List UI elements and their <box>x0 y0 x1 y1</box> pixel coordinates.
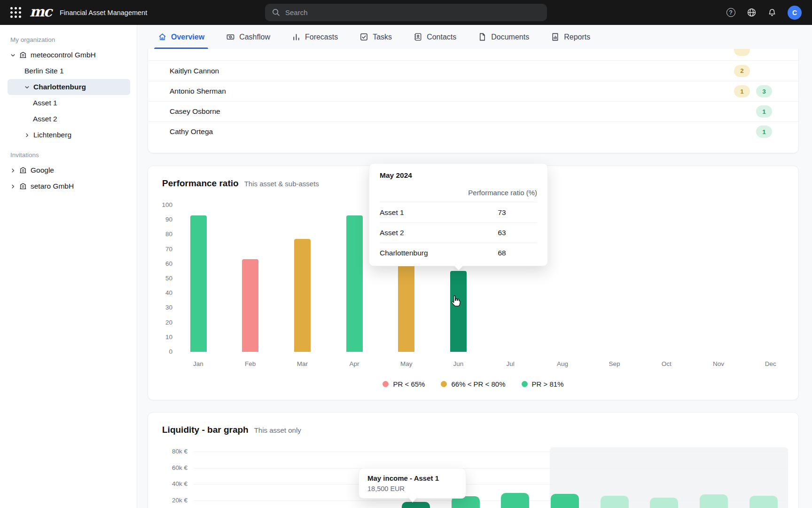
table-row[interactable]: Casey Osborne 1 <box>148 101 798 121</box>
tooltip-row-label: Charlottenburg <box>380 249 467 257</box>
liquidity-bar-nov[interactable] <box>700 494 728 508</box>
apps-grid-icon[interactable] <box>10 7 21 18</box>
y-axis-tick-label: 50 <box>148 274 172 283</box>
legend-label: PR > 81% <box>532 380 564 388</box>
liquidity-bar-oct[interactable] <box>650 498 678 508</box>
card-subtitle: This asset only <box>254 426 301 434</box>
bell-icon[interactable] <box>767 8 777 18</box>
chevron-right-icon <box>10 184 16 189</box>
topbar-right: ? C <box>726 0 812 25</box>
y-axis-tick-label: 70 <box>148 245 172 254</box>
tab-documents[interactable]: Documents <box>478 25 529 49</box>
building-icon <box>19 167 27 174</box>
sidebar-item-label: Lichtenberg <box>33 131 71 139</box>
sidebar-item-setaro[interactable]: setaro GmbH <box>0 178 137 194</box>
perf-bar-mar[interactable] <box>294 239 311 352</box>
search-input[interactable] <box>285 8 540 16</box>
sidebar-item-label: Charlottenburg <box>33 83 86 91</box>
user-avatar[interactable]: C <box>788 6 802 20</box>
liquidity-bar-may[interactable] <box>402 502 430 508</box>
perf-bar-feb[interactable] <box>242 259 258 352</box>
sidebar: My organization meteocontrol GmbH Berlin… <box>0 25 137 508</box>
liquidity-bar-aug[interactable] <box>551 494 579 508</box>
tab-label: Contacts <box>427 33 456 41</box>
liquidity-bar-jul[interactable] <box>501 493 529 508</box>
sidebar-item-berlin-site-1[interactable]: Berlin Site 1 <box>0 63 137 79</box>
sidebar-item-asset-2[interactable]: Asset 2 <box>0 111 137 127</box>
table-row[interactable]: Cathy Ortega 1 <box>148 121 798 142</box>
tab-reports[interactable]: Reports <box>551 25 590 49</box>
report-icon <box>551 32 560 41</box>
perf-bar-jan[interactable] <box>190 215 207 352</box>
sidebar-item-google[interactable]: Google <box>0 162 137 178</box>
search-bar[interactable] <box>265 4 547 21</box>
tab-label: Overview <box>171 33 204 41</box>
document-icon <box>478 32 487 41</box>
tab-label: Reports <box>564 33 590 41</box>
sidebar-item-label: setaro GmbH <box>31 182 74 190</box>
perf-bar-may[interactable] <box>398 252 414 352</box>
chart-legend: PR < 65% 66% < PR < 80% PR > 81% <box>148 380 798 388</box>
globe-icon[interactable] <box>746 8 757 18</box>
sidebar-item-asset-1[interactable]: Asset 1 <box>0 95 137 111</box>
perf-bar-apr[interactable] <box>346 215 363 352</box>
tab-label: Documents <box>491 33 529 41</box>
liquidity-bar-sep[interactable] <box>601 496 629 508</box>
tooltip-row: Asset 2 63 <box>380 222 537 243</box>
tab-label: Cashflow <box>239 33 270 41</box>
sidebar-item-meteocontrol[interactable]: meteocontrol GmbH <box>0 47 137 63</box>
tooltip-title: May income - Asset 1 <box>367 474 457 482</box>
contact-name: Casey Osborne <box>170 107 734 116</box>
building-icon <box>19 183 27 190</box>
chevron-right-icon <box>10 168 16 173</box>
card-subtitle: This asset & sub-assets <box>244 180 319 188</box>
tooltip-row-label: Asset 1 <box>380 208 467 217</box>
contacts-card: Kaitlyn Cannon 2 Antonio Sherman 1 3 Cas… <box>148 49 799 153</box>
sidebar-item-lichtenberg[interactable]: Lichtenberg <box>0 127 137 143</box>
help-icon[interactable]: ? <box>726 8 736 18</box>
topbar-left: mc Financial Asset Management <box>0 5 147 21</box>
sidebar-item-label: Asset 1 <box>33 99 57 107</box>
x-axis-month-label: Jul <box>494 360 527 368</box>
sidebar-section-label: My organization <box>0 36 137 47</box>
tooltip-title: May 2024 <box>380 171 537 180</box>
table-row[interactable]: Kaitlyn Cannon 2 <box>148 61 798 81</box>
gridline <box>193 468 787 468</box>
card-title: Liquidity - bar graph <box>162 425 249 435</box>
tab-forecasts[interactable]: Forecasts <box>292 25 338 49</box>
legend-dot-amber <box>441 381 447 387</box>
tooltip-row-label: Asset 2 <box>380 229 467 237</box>
green-badge: 3 <box>756 85 772 97</box>
tooltip-row-value: 63 <box>467 229 537 237</box>
yellow-badge-partial <box>734 49 750 56</box>
sidebar-item-label: Berlin Site 1 <box>24 67 64 75</box>
contact-name: Antonio Sherman <box>170 87 734 95</box>
main-tabs: Overview Cashflow Forecasts Tasks <box>137 25 812 49</box>
chevron-right-icon <box>24 133 30 138</box>
tab-overview[interactable]: Overview <box>158 25 204 49</box>
perf-bar-jun[interactable] <box>450 271 467 352</box>
x-axis-month-label: Jan <box>182 360 215 368</box>
y-axis-tick-label: 60 <box>148 260 172 268</box>
liquidity-card: Liquidity - bar graph This asset only 80… <box>148 412 799 508</box>
table-row[interactable]: Antonio Sherman 1 3 <box>148 81 798 101</box>
tooltip-row-value: 68 <box>467 249 537 257</box>
legend-item: PR < 65% <box>383 380 425 388</box>
yellow-badge: 2 <box>734 65 750 77</box>
sidebar-invitations-label: Invitations <box>0 151 137 162</box>
sidebar-item-charlottenburg[interactable]: Charlottenburg <box>8 79 130 95</box>
chevron-down-icon <box>24 85 30 90</box>
legend-dot-green <box>522 381 528 387</box>
legend-item: 66% < PR < 80% <box>441 380 505 388</box>
x-axis-month-label: Aug <box>546 360 579 368</box>
y-axis-tick-label: 40 <box>148 289 172 297</box>
gridline <box>193 500 787 501</box>
contacts-icon <box>414 32 422 41</box>
tasks-icon <box>359 32 368 41</box>
mc-logo: mc <box>30 5 51 21</box>
y-axis-tick-label: 40k € <box>148 480 187 488</box>
tab-cashflow[interactable]: Cashflow <box>226 25 270 49</box>
tab-contacts[interactable]: Contacts <box>414 25 456 49</box>
tab-tasks[interactable]: Tasks <box>359 25 392 49</box>
liquidity-bar-dec[interactable] <box>750 496 778 508</box>
